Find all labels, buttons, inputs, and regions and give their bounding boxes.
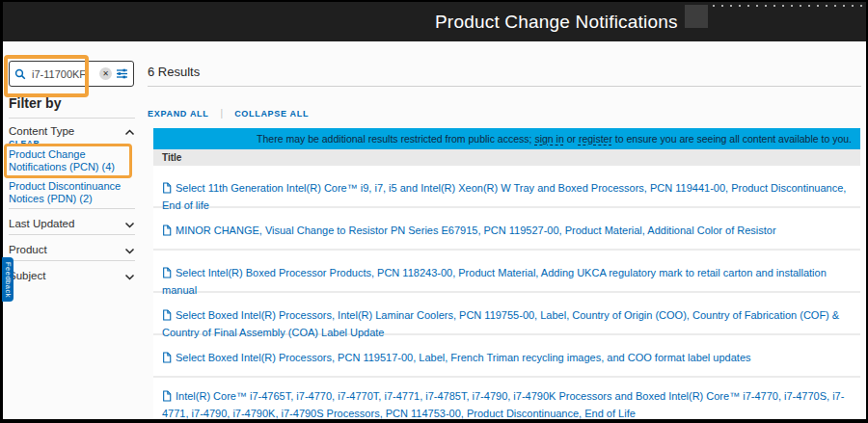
expand-all-button[interactable]: EXPAND ALL [148,109,209,119]
results-toolbar: EXPAND ALL | COLLAPSE ALL [148,108,309,119]
sidebar-divider [9,260,135,261]
filter-option-pcn[interactable]: Product Change Notifications (PCN) (4) [9,148,132,173]
feedback-tab-label: Feedback [4,262,13,298]
document-icon [162,309,172,321]
header-dots [713,5,862,7]
banner-text: to ensure you are seeing all content ava… [612,133,852,145]
document-icon [162,267,172,278]
result-link[interactable]: Select Boxed Intel(R) Processors, PCN 11… [162,352,751,363]
result-row: Select Intel(R) Boxed Processor Products… [153,251,860,293]
content-area: ✕ Filter by Content Type CLEAR Product C… [3,41,866,419]
result-row: Select Boxed Intel(R) Processors, Intel(… [153,293,860,335]
header-square-icon [685,5,708,28]
banner-text: or [564,133,579,145]
search-box: ✕ [9,61,134,87]
sidebar-divider [9,234,135,235]
clear-search-icon[interactable]: ✕ [99,67,112,80]
filter-section-product[interactable]: Product [9,241,135,258]
document-icon [162,352,172,363]
collapse-all-button[interactable]: COLLAPSE ALL [234,109,309,119]
document-icon [162,225,172,236]
chevron-down-icon [124,241,135,258]
filter-sliders-icon[interactable] [116,67,128,80]
sidebar-divider [9,118,135,119]
sidebar-divider [9,208,135,209]
register-link[interactable]: register [579,133,612,145]
clear-filters-link[interactable]: CLEAR [9,139,40,148]
filter-section-last-updated[interactable]: Last Updated [9,215,135,232]
public-access-banner: There may be additional results restrict… [153,128,860,149]
app-window: Product Change Notifications ✕ Filter by… [0,0,868,423]
top-header-bar: Product Change Notifications [3,2,866,41]
result-link[interactable]: MINOR CHANGE, Visual Change to Resistor … [162,225,776,236]
section-label: Content Type [9,125,74,137]
results-divider [148,86,861,87]
sign-in-link[interactable]: sign in [534,133,563,145]
table-header-title: Title [153,149,860,166]
result-link[interactable]: Select 11th Generation Intel(R) Core™ i9… [162,182,846,211]
chevron-down-icon [124,267,135,284]
filter-section-content-type[interactable]: Content Type [9,122,135,140]
result-row: MINOR CHANGE, Visual Change to Resistor … [153,208,860,251]
toolbar-separator: | [221,108,224,119]
result-row: Select 11th Generation Intel(R) Core™ i9… [153,166,860,208]
document-icon [162,182,172,194]
result-row: Select Boxed Intel(R) Processors, PCN 11… [153,335,860,378]
result-link[interactable]: Intel(R) Core™ i7-4765T, i7-4770, i7-477… [162,390,844,419]
document-icon [162,390,172,402]
search-icon [14,68,26,80]
section-label: Subject [9,270,45,281]
result-row: Intel(R) Core™ i7-4765T, i7-4770, i7-477… [153,378,860,419]
chevron-down-icon [124,215,135,232]
result-link[interactable]: Select Boxed Intel(R) Processors, Intel(… [162,309,839,338]
result-link[interactable]: Select Intel(R) Boxed Processor Products… [162,267,827,296]
filter-option-pdn[interactable]: Product Discontinuance Notices (PDN) (2) [9,180,132,205]
search-input[interactable] [30,67,95,81]
filter-section-subject[interactable]: Subject [9,267,135,284]
section-label: Product [9,244,47,255]
page-title: Product Change Notifications [435,12,678,33]
feedback-tab[interactable]: Feedback [2,257,14,302]
section-label: Last Updated [9,218,74,229]
filter-by-heading: Filter by [9,95,61,111]
chevron-up-icon [124,122,135,140]
results-list: Select 11th Generation Intel(R) Core™ i9… [153,166,860,419]
banner-text: There may be additional results restrict… [257,133,534,145]
results-count: 6 Results [148,65,200,79]
